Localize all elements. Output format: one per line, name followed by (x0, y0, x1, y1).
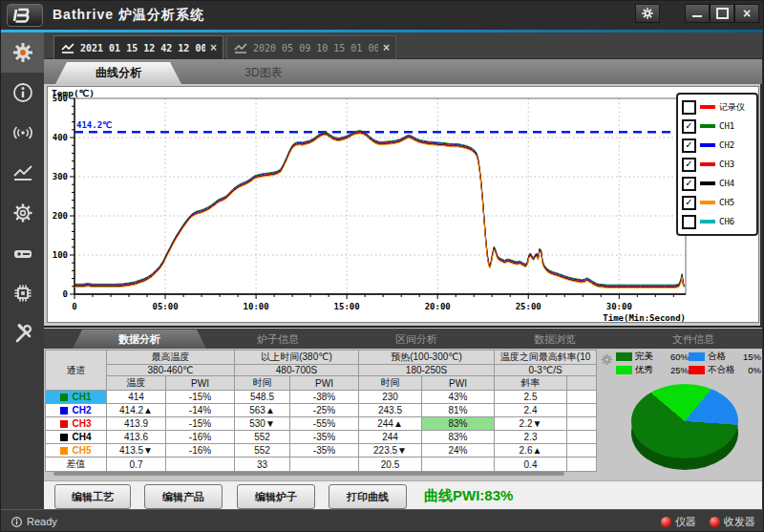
tab-close-icon[interactable]: × (210, 42, 217, 53)
sidebar-item-settings[interactable] (1, 193, 44, 233)
table-row-ch3[interactable]: CH3413.9-15%530▼-55%244▲83%2.2▼ (46, 417, 597, 431)
scrollbar-thumb[interactable] (53, 472, 564, 476)
value-cell: 244 (359, 431, 422, 444)
tab-close-icon[interactable]: × (383, 42, 390, 53)
sidebar-item-gear[interactable] (1, 32, 44, 73)
legend-checkbox[interactable]: ✓ (682, 138, 696, 153)
legend-item-ch5: ✓CH5 (682, 193, 753, 212)
legend-checkbox[interactable]: ✓ (682, 119, 696, 134)
sidebar-item-recorder[interactable] (1, 233, 44, 273)
channel-cell[interactable]: 差值 (46, 458, 107, 472)
table-row-ch5[interactable]: CH5413.5▼-16%552-35%223.5▼24%2.6▲ (46, 444, 597, 458)
value-cell: 2.3 (495, 431, 567, 444)
curve-file-icon (60, 41, 75, 54)
titlebar-settings-button[interactable] (635, 4, 660, 23)
svg-text:Time(Min:Second): Time(Min:Second) (603, 313, 686, 323)
panel-tab[interactable]: 炉子信息 (211, 330, 345, 349)
group-range: 180-250S (359, 365, 495, 376)
svg-text:400: 400 (53, 133, 68, 142)
pie-legend-item: 优秀25% (616, 364, 689, 376)
status-indicator-label: 收发器 (724, 515, 755, 529)
footer-button-2[interactable]: 编辑产品 (144, 484, 223, 509)
pie-legend-label: 合格 (708, 351, 726, 363)
value-cell (567, 431, 597, 444)
col-header: 时间 (359, 376, 422, 391)
status-dot-icon (661, 517, 671, 527)
legend-label: CH1 (719, 121, 734, 131)
panel-tab[interactable]: 文件信息 (626, 330, 760, 349)
pie-legend-pct: 15% (743, 351, 761, 362)
channel-swatch (60, 447, 68, 455)
file-tab[interactable]: 2020_05_09_10_15_01_00× (226, 35, 396, 59)
pwi-pie-chart (631, 384, 738, 472)
pie-surface (631, 384, 738, 458)
file-tab-label: 2021_01_15_12_42_12_00 (80, 43, 205, 53)
info-icon (11, 81, 34, 104)
footer-button-row: 曲线PWI:83% 编辑工艺编辑产品编辑炉子打印曲线 (44, 480, 762, 511)
sidebar-item-chip[interactable] (1, 273, 44, 313)
legend-color-line (700, 124, 715, 128)
legend-checkbox[interactable] (682, 215, 696, 229)
panel-tab[interactable]: 数据浏览 (488, 330, 622, 349)
table-row-差值[interactable]: 差值0.73320.50.4 (46, 458, 597, 472)
sidebar-item-tools[interactable] (1, 313, 44, 353)
statusbar: Ready 仪器收发器 (1, 509, 764, 532)
group-range: 480-700S (235, 365, 359, 376)
legend-checkbox[interactable]: ✓ (682, 177, 696, 191)
table-row-ch4[interactable]: CH4413.6-16%552-35%24483%2.3 (46, 431, 597, 444)
close-button[interactable]: × (734, 4, 759, 23)
value-cell: 83% (422, 431, 495, 444)
series-ch1 (74, 131, 685, 286)
status-indicator: 仪器 (661, 515, 696, 529)
pie-legend: 完美60%优秀25%合格15%不合格0% (616, 351, 761, 376)
value-cell: 83% (422, 417, 495, 431)
channel-cell[interactable]: CH1 (46, 391, 107, 404)
horizontal-scrollbar[interactable] (53, 472, 564, 476)
maximize-button[interactable] (710, 4, 734, 23)
sidebar-item-info[interactable] (1, 73, 44, 113)
sidebar-item-signal[interactable] (1, 113, 44, 153)
pwi-pie-area: 完美60%优秀25%合格15%不合格0% (597, 350, 761, 479)
svg-text:20:00: 20:00 (425, 302, 451, 311)
channel-cell[interactable]: CH3 (46, 417, 107, 431)
svg-text:30:00: 30:00 (606, 302, 632, 311)
file-tab-label: 2020_05_09_10_15_01_00 (253, 43, 378, 53)
series-ch2 (74, 132, 685, 287)
data-panel: 数据分析炉子信息区间分析数据浏览文件信息 通道最高温度以上时间(380℃)预热(… (44, 326, 762, 509)
legend-checkbox[interactable]: ✓ (682, 158, 696, 172)
close-icon: × (743, 7, 751, 20)
panel-tab[interactable]: 数据分析 (73, 330, 206, 349)
panel-tab[interactable]: 区间分析 (350, 330, 483, 349)
legend-color-line (700, 143, 715, 147)
value-cell: 43% (422, 391, 495, 404)
channel-cell[interactable]: CH2 (46, 404, 107, 417)
footer-button-1[interactable]: 编辑工艺 (54, 484, 131, 509)
legend-label: CH2 (719, 140, 734, 150)
status-indicators: 仪器收发器 (661, 515, 755, 529)
file-tab[interactable]: 2021_01_15_12_42_12_00× (53, 35, 223, 59)
legend-label: CH5 (719, 198, 734, 207)
value-cell: 2.2▼ (495, 417, 567, 431)
footer-button-3[interactable]: 编辑炉子 (237, 484, 315, 509)
value-cell (567, 391, 597, 404)
channel-cell[interactable]: CH4 (46, 431, 107, 444)
svg-text:300: 300 (53, 172, 68, 181)
pie-settings-icon[interactable] (601, 352, 613, 365)
titlebar: Bathrive 炉温分析系统 × (1, 1, 764, 30)
legend-color-line (700, 201, 715, 204)
group-header: 温度之间最高斜率(10 (495, 351, 597, 365)
sidebar-item-curve[interactable] (1, 153, 44, 193)
legend-checkbox[interactable] (682, 100, 696, 115)
table-row-ch1[interactable]: CH1414-15%548.5-38%23043%2.5 (46, 391, 597, 404)
legend-item-ch2: ✓CH2 (682, 136, 753, 155)
minimize-button[interactable] (685, 4, 710, 23)
view-tab-curve-analysis[interactable]: 曲线分析 (55, 62, 181, 84)
value-cell: 530▼ (235, 417, 290, 431)
channel-cell[interactable]: CH5 (46, 444, 107, 458)
pie-legend-swatch (689, 352, 705, 361)
legend-label: CH6 (719, 217, 734, 226)
footer-button-4[interactable]: 打印曲线 (329, 484, 407, 509)
view-tab-3d-chart[interactable]: 3D图表 (183, 62, 344, 84)
table-row-ch2[interactable]: CH2414.2▲-14%563▲-25%243.581%2.4 (46, 404, 597, 417)
legend-checkbox[interactable]: ✓ (682, 196, 696, 210)
